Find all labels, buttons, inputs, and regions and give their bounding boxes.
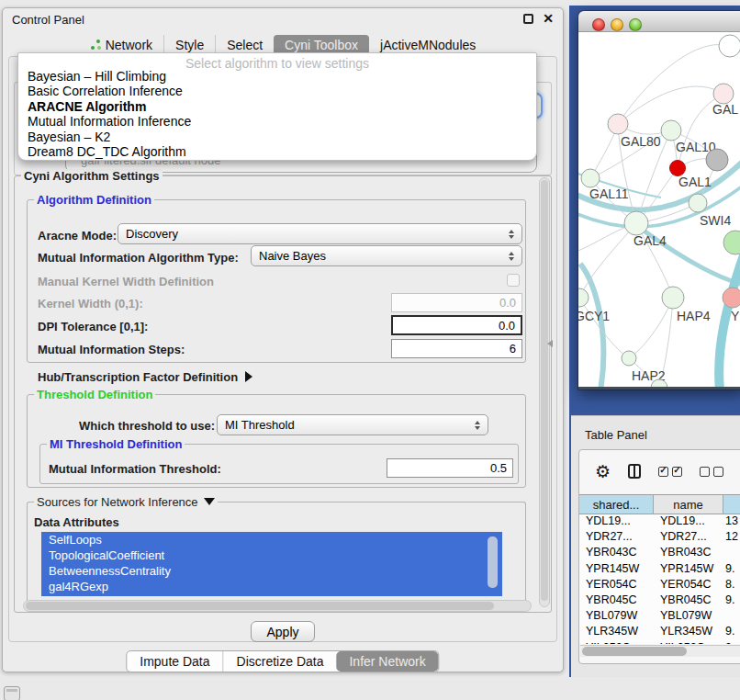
horizontal-scrollbar[interactable] — [23, 600, 532, 612]
sources-title-label: Sources for Network Inference — [37, 495, 198, 509]
gear-icon[interactable]: ⚙ — [595, 463, 611, 480]
data-attribute-item[interactable]: TopologicalCoefficient — [41, 548, 502, 563]
close-light-icon[interactable] — [592, 18, 605, 31]
dropdown-placeholder: Select algorithm to view settings — [18, 53, 536, 69]
bottom-tab-discretize-data[interactable]: Discretize Data — [223, 651, 337, 672]
mi-threshold-field[interactable] — [387, 458, 513, 478]
aracne-mode-value: Discovery — [126, 227, 503, 241]
mi-threshold-title: MI Threshold Definition — [47, 437, 185, 451]
apply-button[interactable]: Apply — [251, 621, 315, 642]
float-window-icon[interactable] — [523, 14, 533, 24]
network-canvas[interactable]: GAL80GALGAL10GAL1GAL11SWI4GAL4GCY1HAP4YH… — [578, 32, 740, 387]
network-node[interactable] — [723, 288, 740, 308]
bottom-tab-infer-network[interactable]: Infer Network — [336, 651, 438, 672]
data-attributes-list[interactable]: SelfLoopsTopologicalCoefficientBetweenne… — [41, 532, 502, 596]
panel-collapse-arrow-icon[interactable] — [547, 340, 553, 347]
table-panel-body: ⚙ shared... name YDL19...YDL19...13YDR27… — [578, 449, 740, 664]
network-node[interactable] — [581, 169, 600, 187]
table-row[interactable]: YBL079WYBL079W — [579, 609, 740, 625]
network-node[interactable] — [622, 351, 636, 366]
mi-type-combo[interactable]: Naive Bayes — [251, 245, 522, 266]
data-attribute-item[interactable]: BetweennessCentrality — [41, 563, 502, 579]
table-row[interactable]: YDR27...YDR27...12 — [579, 530, 740, 546]
node-label: HAP4 — [677, 309, 711, 323]
algorithm-option[interactable]: Mutual Information Inference — [18, 114, 536, 129]
network-node[interactable] — [670, 161, 686, 176]
algorithm-option[interactable]: Dream8 DC_TDC Algorithm — [18, 144, 536, 159]
control-panel-titlebar[interactable]: Control Panel ✕ — [3, 8, 563, 30]
hub-section-toggle[interactable]: Hub/Transcription Factor Definition — [38, 370, 252, 384]
table-scrollbar-thumb[interactable] — [582, 647, 687, 656]
node-label: GAL1 — [678, 175, 712, 189]
tab-label: Select — [227, 38, 263, 52]
table-panel-title: Table Panel — [585, 428, 647, 442]
table-cell: 9. — [723, 562, 740, 578]
table-cell: YBL079W — [579, 609, 654, 625]
algorithm-option[interactable]: Basic Correlation Inference — [18, 84, 536, 98]
which-threshold-combo[interactable]: MI Threshold — [217, 414, 488, 435]
table-cell: 9. — [723, 593, 740, 609]
network-node[interactable] — [719, 35, 740, 57]
node-label: GCY1 — [578, 309, 610, 323]
unchecked-columns-icon[interactable] — [700, 467, 723, 477]
list-scrollbar-thumb[interactable] — [488, 536, 498, 588]
mi-steps-field[interactable] — [391, 339, 522, 358]
table-cell: YIL052C — [579, 641, 654, 645]
hub-section-label: Hub/Transcription Factor Definition — [38, 370, 238, 384]
tab-label: Impute Data — [140, 654, 209, 669]
data-attribute-item[interactable]: SelfLoops — [41, 532, 502, 548]
zoom-light-icon[interactable] — [629, 18, 642, 31]
sources-title[interactable]: Sources for Network Inference — [34, 495, 218, 509]
horizontal-scrollbar-thumb[interactable] — [26, 602, 494, 610]
table-row[interactable]: YPR145WYPR145W9. — [579, 562, 740, 578]
table-row[interactable]: YIL052CYIL052C9 — [579, 641, 740, 645]
network-node[interactable] — [706, 149, 728, 171]
network-node[interactable] — [662, 287, 684, 309]
kernel-width-field[interactable] — [391, 293, 522, 312]
dpi-tolerance-field[interactable] — [391, 315, 522, 335]
table-panel: Table Panel ⚙ shared... name YDL19...YDL… — [571, 415, 740, 677]
tab-label: Network — [106, 38, 152, 52]
close-icon[interactable]: ✕ — [543, 11, 554, 26]
table-cell: YBR045C — [654, 593, 723, 609]
chevron-down-icon — [204, 498, 215, 505]
table-row[interactable]: YER054CYER054C8. — [579, 578, 740, 593]
column-header-name[interactable]: name — [654, 495, 723, 514]
aracne-mode-combo[interactable]: Discovery — [118, 223, 522, 244]
network-window-titlebar[interactable] — [578, 11, 740, 32]
manual-kernel-checkbox[interactable] — [507, 274, 520, 287]
table-row[interactable]: YLR345WYLR345W9. — [579, 625, 740, 640]
table-horizontal-scrollbar[interactable] — [580, 645, 740, 657]
table-row[interactable]: YBR043CYBR043C — [579, 546, 740, 561]
network-node[interactable] — [713, 84, 734, 104]
table-cell — [723, 546, 740, 561]
table-row[interactable]: YDL19...YDL19...13 — [579, 514, 740, 530]
split-columns-icon[interactable] — [628, 464, 641, 479]
algorithm-option[interactable]: Bayesian – K2 — [18, 130, 536, 144]
table-cell: YER054C — [654, 578, 723, 593]
column-header-shared[interactable]: shared... — [579, 495, 654, 514]
threshold-definition-title: Threshold Definition — [34, 388, 155, 401]
network-node[interactable] — [608, 114, 628, 134]
chevron-right-icon — [245, 371, 252, 382]
network-node[interactable] — [624, 211, 648, 235]
column-header-cut[interactable] — [723, 495, 740, 514]
bottom-tab-impute-data[interactable]: Impute Data — [127, 651, 222, 672]
minimized-panel-icon[interactable] — [4, 686, 20, 700]
table-row[interactable]: YBR045CYBR045C9. — [579, 593, 740, 609]
network-node[interactable] — [578, 288, 589, 307]
minimize-light-icon[interactable] — [611, 18, 623, 31]
algorithm-option[interactable]: ARACNE Algorithm — [18, 99, 536, 114]
table-cell: YBL079W — [654, 609, 723, 625]
settings-scrollbar-thumb[interactable] — [541, 180, 548, 601]
data-attribute-item[interactable]: gal4RGexp — [41, 579, 502, 594]
algorithm-option[interactable]: Bayesian – Hill Climbing — [18, 69, 536, 84]
tab-label: Style — [175, 38, 204, 52]
settings-scrollbar[interactable] — [539, 177, 550, 607]
network-node[interactable] — [723, 231, 740, 254]
network-node[interactable] — [689, 194, 707, 212]
network-node[interactable] — [661, 120, 681, 141]
table-cell: 13 — [723, 514, 740, 530]
checked-columns-icon[interactable] — [658, 467, 682, 477]
table-cell: YDR27... — [579, 530, 654, 546]
